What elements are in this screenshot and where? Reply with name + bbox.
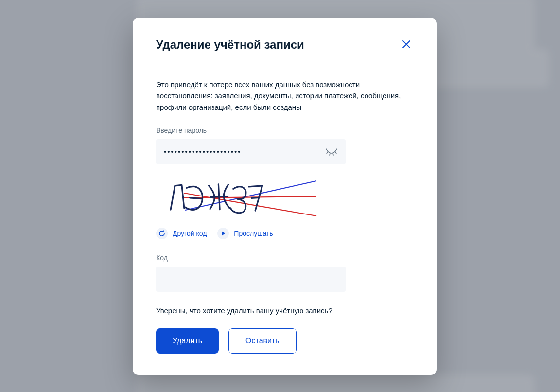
close-icon — [402, 39, 411, 49]
svg-line-4 — [185, 181, 316, 210]
captcha-listen-button[interactable]: Прослушать — [217, 228, 273, 239]
button-row: Удалить Оставить — [156, 328, 413, 354]
code-input[interactable] — [156, 267, 346, 292]
delete-button[interactable]: Удалить — [156, 328, 219, 354]
delete-account-modal: Удаление учётной записи Это приведёт к п… — [133, 18, 437, 375]
modal-title: Удаление учётной записи — [156, 37, 304, 52]
svg-line-7 — [190, 198, 202, 199]
password-label: Введите пароль — [156, 126, 413, 134]
captcha-refresh-button[interactable]: Другой код — [156, 228, 207, 239]
play-icon — [217, 228, 229, 239]
svg-line-9 — [210, 196, 228, 197]
code-field-wrap — [156, 267, 346, 292]
eye-closed-icon — [325, 147, 338, 156]
captcha-refresh-label: Другой код — [173, 230, 207, 237]
close-button[interactable] — [400, 37, 413, 51]
toggle-password-visibility-button[interactable] — [323, 145, 340, 158]
modal-description: Это приведёт к потере всех ваших данных … — [156, 79, 413, 113]
refresh-icon — [156, 228, 168, 239]
captcha-image — [156, 176, 321, 220]
captcha-listen-label: Прослушать — [234, 230, 273, 237]
captcha-actions: Другой код Прослушать — [156, 228, 413, 239]
confirm-question: Уверены, что хотите удалить вашу учётную… — [156, 306, 413, 315]
password-input[interactable] — [156, 139, 346, 164]
svg-line-0 — [327, 152, 328, 154]
svg-line-1 — [330, 153, 330, 155]
code-label: Код — [156, 254, 413, 262]
svg-line-10 — [251, 197, 259, 198]
keep-button[interactable]: Оставить — [228, 328, 297, 354]
password-field-wrap — [156, 139, 346, 164]
svg-line-2 — [333, 153, 333, 155]
svg-line-3 — [335, 152, 336, 154]
modal-header: Удаление учётной записи — [156, 37, 413, 64]
